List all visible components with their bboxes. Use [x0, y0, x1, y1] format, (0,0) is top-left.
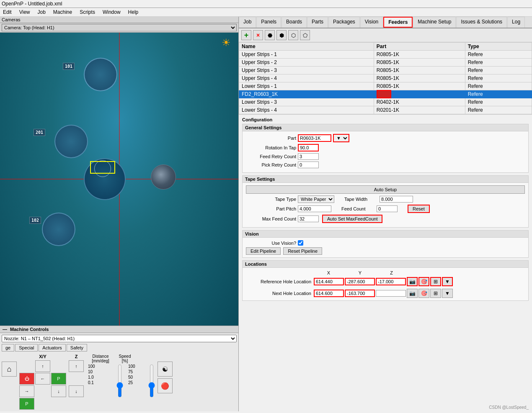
ref-camera-btn[interactable]: 📷 — [407, 277, 418, 286]
table-row[interactable]: Upper Strips - 1 R0805-1K Refere — [239, 51, 532, 59]
tab-issues-solutions[interactable]: Issues & Solutions — [456, 17, 507, 28]
empty-btn-2 — [51, 360, 66, 372]
z-up-btn[interactable]: ↑ — [69, 360, 84, 372]
next-camera-btn[interactable]: 📷 — [407, 289, 418, 298]
jog-p2-btn[interactable]: P — [19, 398, 34, 410]
camera-action-btn-1[interactable]: ☯ — [158, 362, 173, 377]
tab-boards[interactable]: Boards — [281, 17, 307, 28]
tape-width-input[interactable] — [380, 196, 413, 203]
jog-p1-btn[interactable]: P — [51, 373, 66, 385]
menu-view[interactable]: View — [18, 9, 31, 15]
part-select[interactable]: ▼ — [333, 134, 349, 142]
tab-log[interactable]: Log — [507, 17, 525, 28]
jog-down-btn[interactable]: ↓ — [51, 385, 66, 397]
home-section: ⌂ — [2, 354, 17, 377]
use-vision-checkbox[interactable] — [298, 240, 303, 246]
part-pitch-input[interactable] — [298, 205, 331, 212]
feeders-table: Name Part Type Upper Strips - 1 R0805-1K… — [239, 42, 532, 115]
reset-button[interactable]: Reset — [408, 205, 430, 213]
general-settings-body: Part ▼ Rotation In Tap Feed Retry Count — [243, 131, 528, 172]
table-row[interactable]: Upper Strips - 4 R0805-1K Refere — [239, 74, 532, 82]
sun-icon: ☀ — [222, 37, 234, 49]
title-bar: OpenPnP - Untitled.job.xml — [0, 0, 532, 8]
power-button[interactable]: ⏻ — [19, 373, 34, 385]
nozzle-select[interactable]: Nozzle: N1 – NT1_502 (Head: H1) — [2, 335, 237, 342]
max-feed-input[interactable] — [298, 215, 319, 222]
next-x-input[interactable] — [314, 290, 344, 297]
auto-set-maxfeed-button[interactable]: Auto Set MaxFeedCount — [322, 215, 382, 223]
part-input[interactable] — [298, 134, 331, 142]
ref-target-btn[interactable]: 🎯 — [418, 277, 429, 286]
table-row[interactable]: Lower Strips - 3 R0402-1K Refere — [239, 98, 532, 106]
tab-machine-setup[interactable]: Machine Setup — [413, 17, 456, 28]
machine-controls-body: Nozzle: N1 – NT1_502 (Head: H1) ge Speci… — [0, 333, 238, 411]
tab-packages[interactable]: Packages — [328, 17, 360, 28]
menu-help[interactable]: Help — [127, 9, 140, 15]
speed-values: 100 75 50 25 — [128, 364, 145, 398]
z-down-btn[interactable]: ↓ — [69, 385, 84, 397]
menu-window[interactable]: Window — [101, 9, 122, 15]
jog-up-btn[interactable]: ↑ — [35, 360, 50, 372]
distance-label: Distance[mm/deg] — [88, 354, 113, 363]
part-pitch-row: Part Pitch Feed Count Reset — [246, 205, 525, 213]
rotation-input[interactable] — [298, 144, 319, 151]
z-label: Z — [75, 354, 78, 359]
camera-select[interactable]: Camera: Top (Head: H1) — [2, 24, 237, 31]
ref-filter-btn[interactable]: ▼ — [442, 277, 453, 286]
next-move-btn[interactable]: ⊞ — [430, 289, 441, 298]
jog-left-btn[interactable]: ← — [35, 373, 50, 385]
tab-job[interactable]: Job — [239, 17, 256, 28]
edit-pipeline-button[interactable]: Edit Pipeline — [246, 247, 281, 255]
toolbar-icon-4[interactable]: ⬠ — [300, 30, 310, 40]
collapse-icon[interactable]: — — [3, 327, 7, 332]
y-col-label: Y — [344, 270, 376, 275]
tab-parts[interactable]: Parts — [307, 17, 328, 28]
toolbar-icon-1[interactable]: ⬣ — [265, 30, 275, 40]
tape-type-select[interactable]: White Paper Black Paper Embossed — [298, 195, 334, 203]
pick-retry-input[interactable] — [298, 162, 319, 168]
reset-pipeline-button[interactable]: Reset Pipeline — [283, 247, 322, 255]
add-feeder-button[interactable]: + — [241, 30, 251, 40]
feed-count-input[interactable] — [377, 205, 398, 212]
remove-feeder-button[interactable]: × — [253, 30, 263, 40]
tab-vision[interactable]: Vision — [360, 17, 383, 28]
speed-slider[interactable] — [148, 364, 155, 398]
next-z-input[interactable] — [376, 290, 406, 297]
home-button[interactable]: ⌂ — [2, 362, 17, 377]
distance-values: 100 10 1.0 0.1 — [88, 364, 113, 398]
menu-scripts[interactable]: Scripts — [78, 9, 96, 15]
tab-special[interactable]: Special — [15, 344, 38, 351]
max-feed-label: Max Feed Count — [246, 216, 296, 221]
auto-setup-button[interactable]: Auto Setup — [246, 185, 525, 194]
tab-actuators[interactable]: Actuators — [39, 344, 65, 351]
next-hole-label: Next Hole Location — [246, 291, 313, 296]
part-row: Part ▼ — [246, 134, 525, 142]
table-row[interactable]: Upper Strips - 3 R0805-1K Refere — [239, 67, 532, 74]
tab-panels[interactable]: Panels — [256, 17, 281, 28]
tab-ge[interactable]: ge — [2, 344, 14, 351]
tab-feeders[interactable]: Feeders — [383, 17, 413, 28]
jog-right-btn[interactable]: → — [19, 385, 34, 397]
toolbar-icon-2[interactable]: ⬢ — [276, 30, 287, 40]
menu-edit[interactable]: Edit — [2, 9, 13, 15]
next-y-input[interactable] — [345, 290, 375, 297]
tab-safety[interactable]: Safety — [67, 344, 87, 351]
feed-retry-input[interactable] — [298, 153, 319, 160]
distance-slider[interactable] — [116, 364, 123, 398]
ref-x-input[interactable] — [314, 278, 344, 285]
table-row[interactable]: Upper Strips - 2 R0805-1K Refere — [239, 59, 532, 67]
ref-z-input[interactable] — [376, 278, 406, 285]
machine-controls-section: — Machine Controls Nozzle: N1 – NT1_502 … — [0, 326, 238, 411]
menu-job[interactable]: Job — [36, 9, 46, 15]
camera-action-btn-2[interactable]: 🔴 — [158, 378, 173, 393]
menu-machine[interactable]: Machine — [52, 9, 73, 15]
next-filter-btn[interactable]: ▼ — [442, 289, 453, 298]
locations-body: X Y Z Reference Hole Location 📷 🎯 ⊞ ▼ — [243, 268, 528, 300]
table-row-selected[interactable]: FD2_R0603_1K Refere — [239, 90, 532, 98]
table-row[interactable]: Lower Strips - 1 R0805-1K Refere — [239, 82, 532, 90]
next-target-btn[interactable]: 🎯 — [418, 289, 429, 298]
toolbar-icon-3[interactable]: ⬡ — [288, 30, 298, 40]
ref-move-btn[interactable]: ⊞ — [430, 277, 441, 286]
table-row[interactable]: Lower Strips - 4 R0201-1K Refere — [239, 106, 532, 114]
ref-y-input[interactable] — [345, 278, 375, 285]
